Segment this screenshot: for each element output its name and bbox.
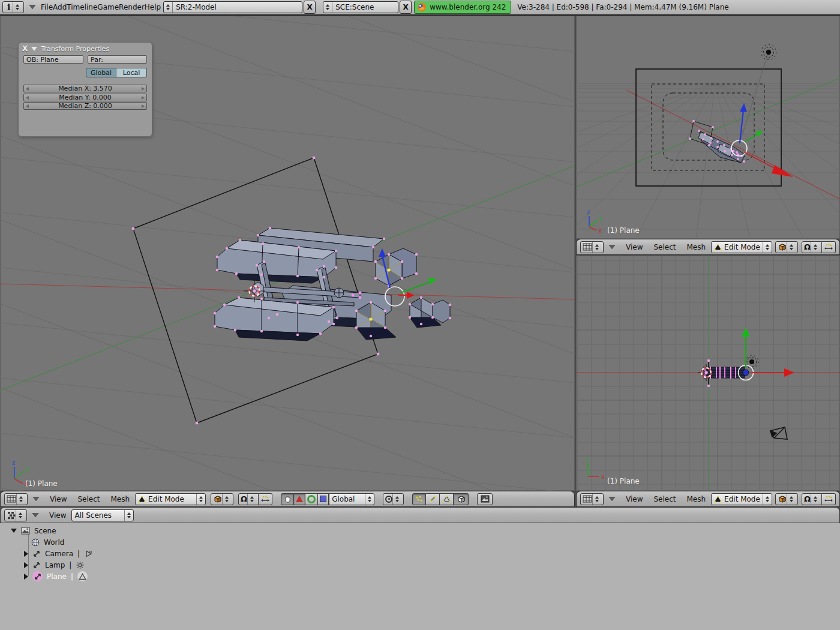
- menu-view[interactable]: View: [620, 243, 648, 251]
- shading-cube-icon: [213, 494, 222, 503]
- face-select-button[interactable]: [440, 493, 454, 505]
- manipulator-center-button[interactable]: [259, 493, 272, 505]
- menu-view[interactable]: View: [620, 495, 648, 503]
- hand-icon: [283, 495, 292, 503]
- collapse-menu-icon[interactable]: [29, 5, 36, 10]
- scale-manipulator-button[interactable]: [318, 493, 329, 505]
- local-toggle-button[interactable]: Local: [116, 68, 147, 77]
- viewport-canvas-camera[interactable]: z y x (1) Plane: [576, 16, 840, 239]
- expander-right-icon[interactable]: [24, 551, 28, 557]
- outliner-row-plane[interactable]: Plane |: [24, 571, 88, 582]
- menu-view[interactable]: View: [44, 511, 71, 520]
- median-y-slider[interactable]: Median Y: 0.000: [23, 94, 147, 101]
- object-icon: [34, 572, 42, 581]
- proportional-edit-dropdown[interactable]: [383, 493, 404, 505]
- manipulator-toggle-button[interactable]: [281, 493, 294, 505]
- pivot-dropdown[interactable]: Ω: [802, 493, 822, 505]
- menu-game[interactable]: Game: [97, 3, 119, 11]
- menu-mesh[interactable]: Mesh: [682, 243, 712, 251]
- collapse-panel-icon[interactable]: [31, 47, 37, 51]
- screen-close-button[interactable]: X: [304, 1, 316, 14]
- mode-dropdown[interactable]: Edit Mode: [135, 493, 206, 505]
- camera-object[interactable]: [770, 427, 787, 439]
- render-preview-button[interactable]: [477, 493, 493, 505]
- outliner-row-world[interactable]: World: [31, 536, 64, 548]
- translate-manipulator-button[interactable]: [294, 493, 305, 505]
- viewport-header-main: View Select Mesh Edit Mode Ω: [0, 491, 575, 507]
- menu-file[interactable]: File: [41, 3, 53, 11]
- lamp-icon: [76, 561, 85, 569]
- viewport-camera[interactable]: z y x (1) Plane: [576, 16, 840, 239]
- manipulator-center-button[interactable]: [822, 493, 836, 505]
- viewport-canvas-top[interactable]: y x (1) Plane: [576, 256, 840, 491]
- outliner-row-lamp[interactable]: Lamp |: [24, 559, 85, 571]
- outliner-row-scene[interactable]: Scene: [11, 525, 56, 536]
- row-separator: |: [71, 572, 73, 581]
- outliner-icon: [7, 511, 16, 520]
- menu-add[interactable]: Add: [53, 3, 67, 11]
- header-collapse-icon[interactable]: [32, 497, 40, 502]
- vertex-select-button[interactable]: [412, 493, 426, 505]
- header-collapse-icon[interactable]: [32, 513, 39, 518]
- lamp-object[interactable]: [745, 355, 758, 368]
- window-type-button[interactable]: i: [2, 1, 24, 13]
- editor-type-button[interactable]: [580, 241, 604, 253]
- shading-dropdown[interactable]: [775, 493, 798, 505]
- translate-gizmo[interactable]: [739, 328, 795, 380]
- header-collapse-icon[interactable]: [608, 497, 616, 502]
- y-axis-line: [576, 78, 840, 187]
- shading-dropdown[interactable]: [211, 493, 233, 505]
- menu-help[interactable]: Help: [145, 3, 161, 11]
- mini-axis-top: y x: [586, 457, 605, 480]
- occlude-geometry-button[interactable]: [454, 493, 469, 505]
- pivot-icon: Ω: [241, 494, 247, 503]
- menu-select[interactable]: Select: [72, 495, 105, 503]
- menu-select[interactable]: Select: [648, 495, 681, 503]
- object-icon: [32, 561, 41, 569]
- scenes-filter-dropdown[interactable]: All Scenes: [71, 509, 134, 521]
- median-z-slider[interactable]: Median Z: 0.000: [23, 102, 147, 110]
- menu-select[interactable]: Select: [648, 243, 681, 251]
- editor-type-button[interactable]: [580, 493, 604, 505]
- parent-field[interactable]: Par:: [88, 55, 147, 64]
- mode-dropdown[interactable]: Edit Mode: [711, 241, 772, 253]
- expander-down-icon[interactable]: [11, 529, 17, 533]
- scene-close-button[interactable]: X: [400, 1, 412, 14]
- screen-selector[interactable]: SR:2-Model: [163, 1, 302, 13]
- global-toggle-button[interactable]: Global: [86, 68, 116, 77]
- editor-type-button[interactable]: [4, 493, 28, 505]
- expander-right-icon[interactable]: [24, 574, 28, 580]
- menu-mesh[interactable]: Mesh: [682, 495, 712, 503]
- scene-selector[interactable]: SCE:Scene: [323, 1, 398, 13]
- header-collapse-icon[interactable]: [608, 245, 616, 250]
- editor-type-button[interactable]: [4, 509, 27, 521]
- widget-center-icon: [824, 243, 833, 251]
- rotate-manipulator-button[interactable]: [305, 493, 318, 505]
- mode-dropdown[interactable]: Edit Mode: [711, 493, 772, 505]
- menu-render[interactable]: Render: [119, 3, 145, 11]
- shading-dropdown[interactable]: [775, 241, 798, 253]
- outliner-row-camera[interactable]: Camera |: [24, 548, 93, 559]
- expander-right-icon[interactable]: [24, 562, 28, 568]
- viewport-top[interactable]: y x (1) Plane: [576, 256, 840, 491]
- panel-header[interactable]: X Transform Properties: [19, 43, 152, 55]
- menu-timeline[interactable]: Timeline: [67, 3, 97, 11]
- close-panel-icon[interactable]: X: [22, 44, 28, 53]
- pivot-icon: Ω: [804, 242, 811, 251]
- world-icon: [31, 538, 40, 547]
- object-name-field[interactable]: OB: Plane: [23, 55, 83, 64]
- lamp-object[interactable]: [761, 45, 776, 60]
- median-x-slider[interactable]: Median X: 3.570: [23, 85, 147, 92]
- pivot-dropdown[interactable]: Ω: [802, 241, 822, 253]
- pivot-dropdown[interactable]: Ω: [238, 493, 259, 505]
- manipulator-center-button[interactable]: [822, 241, 836, 253]
- menu-mesh[interactable]: Mesh: [106, 495, 136, 503]
- edge-select-button[interactable]: [426, 493, 440, 505]
- blender-window: i File Add Timeline Game Render Help SR:…: [0, 0, 840, 630]
- widget-center-icon: [260, 495, 270, 503]
- menu-view[interactable]: View: [44, 495, 72, 503]
- orientation-dropdown[interactable]: Global: [329, 493, 374, 505]
- mini-axis-camera: z y x: [587, 209, 602, 234]
- widget-center-icon: [824, 495, 833, 503]
- row-separator: |: [77, 550, 80, 558]
